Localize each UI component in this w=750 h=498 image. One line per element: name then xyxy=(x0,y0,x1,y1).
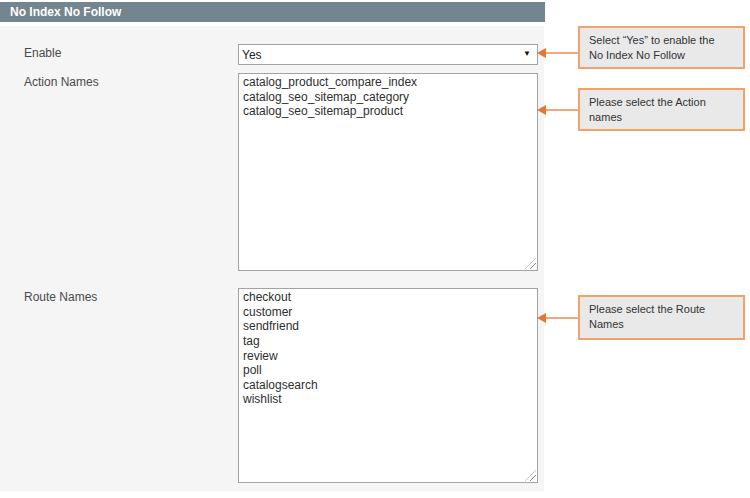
callout-route-text: Please select the Route Names xyxy=(589,303,705,330)
callout-action-text: Please select the Action names xyxy=(589,96,706,123)
enable-select[interactable]: Yes xyxy=(238,44,538,65)
section-header: No Index No Follow xyxy=(0,2,545,22)
route-names-label: Route Names xyxy=(24,290,97,304)
callout-enable-note: Select “Yes” to enable the No Index No F… xyxy=(578,26,745,69)
arrow-head-icon xyxy=(537,313,546,323)
callout-action-note: Please select the Action names xyxy=(578,88,745,131)
no-index-no-follow-panel: No Index No Follow Enable Yes ▼ Action N… xyxy=(0,0,750,498)
arrow-line xyxy=(544,317,578,319)
action-names-textarea[interactable]: catalog_product_compare_index catalog_se… xyxy=(238,73,538,271)
arrow-line xyxy=(544,109,578,111)
section-title: No Index No Follow xyxy=(10,5,121,19)
action-names-label: Action Names xyxy=(24,75,99,89)
enable-select-wrap: Yes ▼ xyxy=(238,44,538,65)
arrow-line xyxy=(544,52,578,54)
route-names-textarea[interactable]: checkout customer sendfriend tag review … xyxy=(238,288,538,483)
callout-enable-text: Select “Yes” to enable the No Index No F… xyxy=(589,34,715,61)
callout-arrow-icon xyxy=(537,105,578,115)
callout-route-note: Please select the Route Names xyxy=(578,295,745,340)
arrow-head-icon xyxy=(537,105,546,115)
callout-arrow-icon xyxy=(537,48,578,58)
action-names-field: catalog_product_compare_index catalog_se… xyxy=(238,73,538,271)
enable-label: Enable xyxy=(24,46,61,60)
arrow-head-icon xyxy=(537,48,546,58)
route-names-field: checkout customer sendfriend tag review … xyxy=(238,288,538,483)
callout-arrow-icon xyxy=(537,313,578,323)
